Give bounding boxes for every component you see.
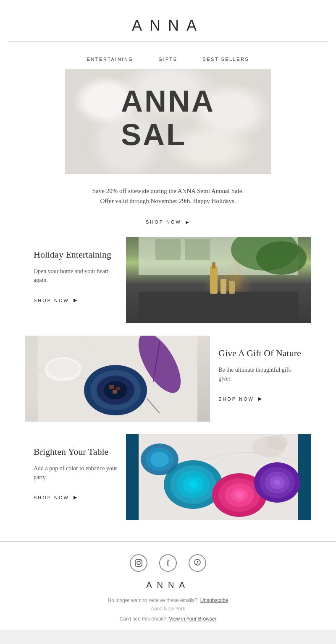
facebook-icon[interactable]: f: [159, 554, 177, 572]
hero-title-line1: ANNA: [121, 86, 215, 116]
section-cta-nature-label: SHOP NOW: [218, 396, 254, 402]
facebook-f-letter: f: [167, 559, 169, 568]
email-container: ANNA ENTERTAINING GIFTS BEST SELLERS ANN…: [0, 0, 336, 630]
svg-point-14: [47, 359, 79, 378]
brighten-table-image: [126, 434, 311, 520]
footer-address: Anna New York: [8, 606, 328, 612]
section-brighten-table: Brighten Your Table Add a pop of color t…: [0, 434, 336, 520]
header-divider: [8, 41, 328, 42]
svg-point-47: [137, 561, 140, 565]
social-icons-row: f: [8, 554, 328, 572]
svg-point-48: [140, 561, 141, 561]
hero-shop-now-label: SHOP NOW: [146, 219, 181, 224]
email-header: ANNA: [0, 0, 336, 50]
spacer-3: [0, 520, 336, 533]
view-in-browser-link[interactable]: View in Your Browser: [169, 616, 216, 622]
svg-point-27: [267, 435, 288, 450]
hero-title-line2: SAL: [121, 120, 215, 150]
svg-rect-5: [139, 292, 298, 323]
hero-text: ANNA SAL: [121, 86, 215, 150]
footer-view-browser: Can't see this email? View in Your Brows…: [8, 616, 328, 622]
pinterest-icon[interactable]: [189, 554, 206, 572]
holiday-entertaining-image: [126, 237, 311, 323]
section-gift-nature: Give A Gift Of Nature Be the ultimate th…: [0, 336, 336, 422]
section-cta-table[interactable]: SHOP NOW ▶: [34, 495, 78, 500]
footer-brand-name: ANNA: [8, 580, 328, 590]
section-desc-holiday: Open your home and your heart again.: [34, 267, 118, 284]
section-cta-holiday-arrow-icon: ▶: [74, 297, 78, 303]
section-cta-holiday[interactable]: SHOP NOW ▶: [34, 297, 78, 303]
svg-rect-2: [185, 239, 210, 260]
section-image-table[interactable]: [126, 434, 311, 520]
section-image-holiday[interactable]: [126, 237, 311, 323]
svg-rect-20: [116, 387, 120, 390]
spacer-1: [0, 323, 336, 336]
navigation: ENTERTAINING GIFTS BEST SELLERS: [0, 50, 336, 69]
section-holiday-entertaining: Holiday Entertaining Open your home and …: [0, 237, 336, 323]
unsubscribe-link[interactable]: Unsubscribe: [200, 597, 228, 603]
svg-rect-7: [212, 262, 215, 269]
brand-logo[interactable]: ANNA: [8, 17, 328, 34]
svg-point-4: [256, 241, 307, 275]
hero-shop-now-button[interactable]: SHOP NOW ▶: [146, 219, 190, 224]
svg-rect-9: [229, 281, 235, 294]
hero-subtitle-line1: Save 20% off sitewide during the ANNA Se…: [92, 188, 244, 194]
instagram-svg: [134, 558, 143, 568]
section-cta-table-arrow-icon: ▶: [74, 495, 78, 500]
section-image-nature[interactable]: [25, 336, 210, 422]
section-desc-nature: Be the ultimate thoughtful gift-giver.: [218, 365, 302, 383]
section-desc-table: Add a pop of color to enhance your party…: [34, 464, 118, 482]
hero-image: ANNA SAL: [65, 69, 271, 174]
svg-rect-1: [155, 239, 181, 260]
section-text-table: Brighten Your Table Add a pop of color t…: [34, 434, 126, 512]
hero-subtitle-line2: Offer valid through November 29th. Happy…: [100, 198, 236, 204]
svg-rect-21: [113, 390, 117, 394]
nature-gift-image: [25, 336, 210, 422]
svg-rect-8: [220, 279, 226, 294]
section-cta-nature-arrow-icon: ▶: [258, 396, 263, 402]
section-text-nature: Give A Gift Of Nature Be the ultimate th…: [210, 336, 302, 413]
section-title-holiday: Holiday Entertaining: [34, 249, 118, 261]
pinterest-svg: [193, 558, 202, 568]
entertaining-svg: [126, 237, 311, 323]
svg-point-32: [188, 480, 198, 489]
hero-subtitle: Save 20% off sitewide during the ANNA Se…: [0, 174, 336, 210]
nature-svg: [25, 336, 210, 422]
section-title-table: Brighten Your Table: [34, 446, 118, 458]
svg-rect-6: [210, 266, 218, 294]
section-title-nature: Give A Gift Of Nature: [218, 347, 302, 360]
footer: f ANNA No longer want to receive these e…: [0, 542, 336, 630]
nav-item-best-sellers[interactable]: BEST SELLERS: [202, 57, 249, 62]
instagram-icon[interactable]: [130, 554, 147, 572]
hero-cta-container: SHOP NOW ▶: [0, 210, 336, 237]
table-svg: [126, 434, 311, 520]
footer-unsubscribe-text: No longer want to receive these emails? …: [8, 597, 328, 603]
svg-point-37: [235, 492, 244, 498]
svg-point-42: [274, 480, 281, 485]
hero-image-container: ANNA SAL: [0, 69, 336, 174]
nav-item-gifts[interactable]: GIFTS: [158, 57, 177, 62]
svg-point-45: [150, 452, 169, 467]
hero-shop-now-arrow-icon: ▶: [186, 220, 190, 224]
svg-rect-19: [109, 385, 114, 389]
section-cta-table-label: SHOP NOW: [34, 495, 69, 500]
section-text-holiday: Holiday Entertaining Open your home and …: [34, 237, 126, 315]
spacer-2: [0, 422, 336, 434]
section-cta-nature[interactable]: SHOP NOW ▶: [218, 396, 263, 402]
section-cta-holiday-label: SHOP NOW: [34, 298, 69, 303]
nav-item-entertaining[interactable]: ENTERTAINING: [87, 57, 134, 62]
